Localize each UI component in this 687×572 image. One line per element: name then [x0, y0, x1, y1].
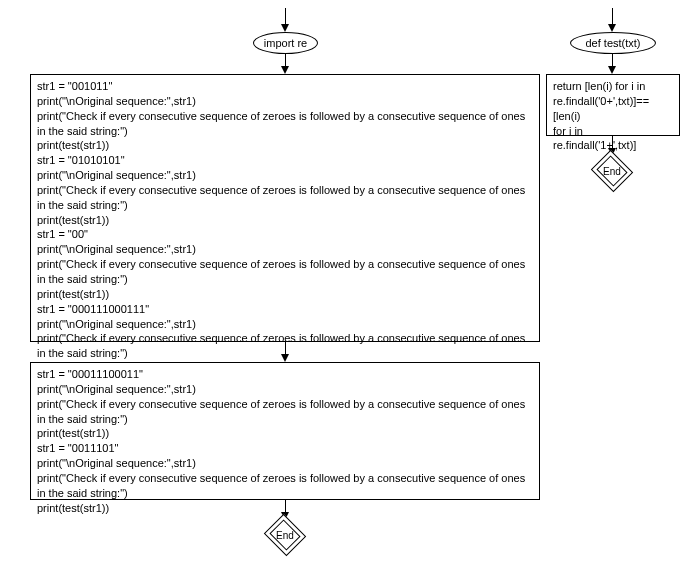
- code-block-3: return [len(i) for i in re.findall('0+',…: [546, 74, 680, 136]
- arrow-entry-left-head: [281, 24, 289, 32]
- start-node-import-re-label: import re: [264, 37, 307, 49]
- end-node-right-label: End: [596, 157, 628, 185]
- end-node-left: End: [269, 521, 301, 549]
- arrow-deftest-to-block3-head: [608, 66, 616, 74]
- arrow-entry-right-head: [608, 24, 616, 32]
- code-block-1: str1 = "001011" print("\nOriginal sequen…: [30, 74, 540, 342]
- start-node-import-re: import re: [253, 32, 318, 54]
- arrow-start-to-block1-head: [281, 66, 289, 74]
- end-node-left-label: End: [269, 521, 301, 549]
- end-node-right: End: [596, 157, 628, 185]
- code-block-2: str1 = "00011100011" print("\nOriginal s…: [30, 362, 540, 500]
- start-node-def-test: def test(txt): [570, 32, 656, 54]
- arrow-block1-to-block2-head: [281, 354, 289, 362]
- start-node-def-test-label: def test(txt): [585, 37, 640, 49]
